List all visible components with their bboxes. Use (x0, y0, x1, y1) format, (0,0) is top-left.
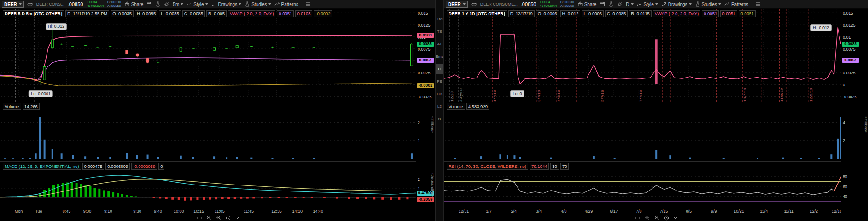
sidebar-tab-at[interactable]: AT (436, 39, 443, 49)
x-axis-label: 2/4 (511, 209, 517, 214)
symbol-input[interactable]: DEER (2, 1, 24, 8)
event-marker-label: 12/5/19 (809, 61, 813, 102)
drawings-button[interactable]: Drawings (211, 1, 242, 7)
gear-icon[interactable] (164, 1, 169, 7)
chart-toolbar: DEER DEER CONS... .00850 +.0084+8400.00%… (0, 0, 435, 9)
macd-chart[interactable] (0, 171, 416, 209)
sidebar-tab-n[interactable]: N (436, 113, 443, 124)
price-axis[interactable]: 0.0150.01250.010.00750.0050.00250-0.0025… (841, 8, 868, 221)
thinkorswim-charts-window: { "window": { "side_tabs": {"items": ["T… (0, 0, 868, 221)
pan-icon[interactable] (635, 215, 641, 221)
price-badge: 0.0103 (417, 33, 434, 38)
change-readout: +.0084+8400.00% (539, 0, 557, 8)
price-chart-header: DEER 1 Y 1D [OTC OTHER] D: 12/17/19 O: 0… (447, 10, 757, 17)
chevron-down-icon (268, 3, 271, 5)
volume-chart[interactable] (0, 110, 416, 161)
x-axis-label: 14:10 (292, 209, 303, 214)
sidebar-tab-bms[interactable]: Bms (436, 51, 443, 62)
menu-icon[interactable] (755, 1, 761, 7)
calendar-icon[interactable] (600, 1, 605, 7)
volume-label[interactable]: Volume (447, 103, 465, 110)
volume-chart[interactable] (444, 110, 841, 161)
patterns-icon (274, 1, 280, 7)
price-axis[interactable]: 0.0150.01250.010.00750.0050.00250-0.0025… (416, 8, 436, 221)
sidebar-tab-db[interactable]: DB (436, 89, 443, 99)
open-readout: O: 0.0035 (111, 10, 134, 17)
macd-diff: -0.0002059 (131, 163, 157, 170)
quote-datetime: D: 12/17/19 2:55 PM (65, 10, 109, 17)
timeframe-dropdown[interactable]: D (626, 2, 633, 7)
share-button[interactable]: Share (124, 1, 144, 7)
volume-value: 14,266 (23, 103, 40, 110)
vwap-study-label[interactable]: VWAP (-2.0, 2.0, DAY) (653, 10, 700, 17)
event-marker-label: 10/7/19 (743, 61, 747, 102)
macd-study-label[interactable]: MACD (12, 26, 9, EXPONENTIAL, no) (3, 163, 81, 170)
chart-toolbar: DEER DEER CONSUME... .00850 +.0084+8400.… (444, 0, 868, 9)
x-axis-label: 4/8 (561, 209, 567, 214)
zoom-out-icon[interactable] (216, 215, 221, 221)
studies-button[interactable]: Studies (695, 1, 721, 7)
rsi-chart[interactable] (444, 171, 841, 209)
share-button[interactable]: Share (577, 1, 597, 7)
zoom-in-icon[interactable] (206, 215, 212, 221)
patterns-button[interactable]: Patterns (274, 1, 298, 7)
symbol-input[interactable]: DEER (446, 1, 468, 8)
chevron-down-icon[interactable] (673, 215, 678, 221)
x-axis-label: Mon (15, 209, 23, 214)
drawings-button[interactable]: Drawings (661, 1, 692, 7)
vwap-mid-value: 0.0051 (702, 10, 719, 17)
chart-title: DEER 5 D 5m [OTC OTHER] (3, 10, 64, 17)
chart-panel-intraday: DEER DEER CONS... .00850 +.0084+8400.00%… (0, 0, 435, 221)
x-axis-label: 10:15 (193, 209, 204, 214)
beaker-icon[interactable] (608, 1, 614, 7)
x-axis-label: 9:10 (104, 209, 112, 214)
chevron-down-icon (239, 3, 241, 5)
style-button[interactable]: Style (186, 1, 208, 7)
x-axis-label: 11:45 (244, 209, 254, 214)
sidebar-tab-ps[interactable]: PS (436, 76, 443, 87)
clock-icon[interactable] (226, 215, 231, 221)
pane-divider[interactable] (0, 102, 435, 102)
range-readout: R: 0.0115 (629, 10, 652, 17)
timeframe-dropdown[interactable]: 5m (173, 2, 183, 7)
pane-divider[interactable] (444, 161, 868, 162)
style-button[interactable]: Style (637, 1, 658, 7)
sidebar-tab-c[interactable]: C (436, 64, 443, 74)
x-axis-label: 9:00 (83, 209, 92, 214)
pan-icon[interactable] (196, 215, 202, 221)
sidebar-tab-trd[interactable]: Trd (436, 14, 443, 24)
price-badge: -0.0002 (417, 83, 434, 88)
menu-icon[interactable] (305, 1, 311, 7)
axis-tick: 0.0025 (418, 71, 431, 75)
volume-label[interactable]: Volume (3, 103, 21, 110)
calendar-icon[interactable] (146, 1, 152, 7)
high-readout: H: 0.0085 (135, 10, 157, 17)
macd-avg: 0.0006809 (105, 163, 130, 170)
link-icon[interactable] (471, 1, 477, 7)
patterns-button[interactable]: Patterns (724, 1, 748, 7)
vwap-upper-value: 0.0051 (720, 10, 737, 17)
sidebar-tab-ts[interactable]: TS (436, 26, 443, 37)
axis-tick: 0.015 (418, 11, 428, 16)
rsi-study-label[interactable]: RSI (14, 70, 30, CLOSE, WILDERS, no) (447, 163, 528, 170)
pencil-icon (211, 1, 217, 7)
sidebar-tab-l2[interactable]: L2 (436, 101, 443, 112)
pane-divider[interactable] (0, 161, 435, 162)
study-unit-label: <thousandths> (431, 173, 435, 197)
price-badge: 0.0051 (417, 58, 434, 63)
chevron-down-icon[interactable] (235, 215, 239, 221)
pane-divider[interactable] (444, 102, 868, 102)
x-axis-label: 11:05 (215, 209, 225, 214)
link-icon[interactable] (27, 1, 33, 7)
gear-icon[interactable] (617, 1, 623, 7)
vwap-study-label[interactable]: VWAP (-2.0, 2.0, DAY) (228, 10, 275, 17)
zoom-in-icon[interactable] (645, 215, 650, 221)
axis-tick: 0.0125 (843, 23, 856, 28)
studies-button[interactable]: Studies (245, 1, 271, 7)
chart-zoom-controls (635, 215, 678, 221)
zoom-out-icon[interactable] (654, 215, 660, 221)
beaker-icon[interactable] (155, 1, 161, 7)
axis-tick: 0.0075 (843, 47, 856, 52)
clock-icon[interactable] (664, 215, 669, 221)
hi-lo-annotation: Hi: 0.012 (46, 23, 67, 30)
